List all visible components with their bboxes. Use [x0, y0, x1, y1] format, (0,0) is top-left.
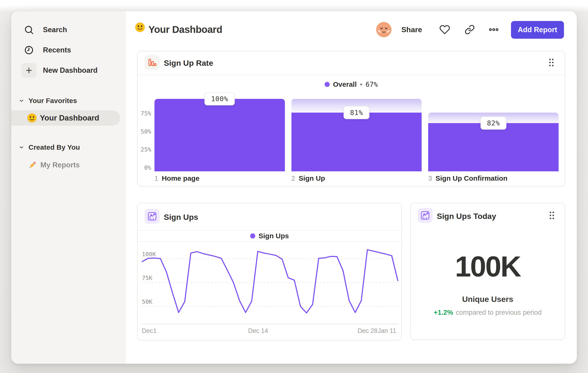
ellipsis-icon: [488, 24, 499, 35]
line-legend: Sign Ups: [138, 230, 401, 241]
funnel-y-tick: 0%: [138, 164, 151, 171]
heart-icon: [439, 24, 450, 35]
funnel-bar-fill: [428, 123, 559, 171]
funnel-plot: 100%81%82%: [155, 99, 559, 171]
funnel-bar[interactable]: 82%: [428, 99, 559, 171]
link-icon: [465, 24, 475, 35]
funnel-legend: Overall • 67%: [138, 79, 565, 90]
main-content: Your Dashboard Share: [126, 11, 577, 364]
line-chart-icon: [145, 209, 160, 224]
funnel-x-labels: 1Home page2Sign Up3Sign Up Confirmation: [155, 174, 559, 184]
sidebar-item-label: Search: [43, 26, 67, 34]
sidebar-item-your-dashboard[interactable]: Your Dashboard: [11, 110, 120, 126]
funnel-y-axis: 75%50%25%0%: [138, 99, 151, 171]
clock-icon: [23, 45, 34, 56]
legend-series-label: Sign Ups: [259, 232, 289, 240]
bar-chart-icon: [145, 55, 160, 70]
sidebar-section-created-by-you[interactable]: Created By You: [11, 142, 123, 152]
section-header-label: Your Favorites: [29, 97, 77, 105]
card-divider: [138, 75, 565, 75]
drag-handle-icon[interactable]: [547, 57, 555, 68]
sidebar-item-search[interactable]: Search: [11, 22, 123, 37]
avatar[interactable]: [376, 22, 391, 37]
funnel-bar-badge: 82%: [480, 117, 506, 130]
sidebar-item-label: My Reports: [40, 161, 80, 169]
share-button[interactable]: Share: [401, 22, 422, 37]
drag-handle-icon[interactable]: [548, 210, 556, 221]
card-sign-ups: Sign Ups Sign Ups 100K 75K 50K Dec1: [137, 203, 402, 340]
sidebar-item-my-reports[interactable]: My Reports: [11, 158, 123, 172]
app-window: Search Recents New Dashboard: [11, 11, 577, 364]
funnel-step-label: 3Sign Up Confirmation: [428, 174, 507, 182]
section-header-label: Created By You: [29, 143, 80, 151]
sidebar-section-favorites[interactable]: Your Favorites: [11, 96, 123, 106]
card-title: Sign Ups: [164, 213, 198, 222]
sidebar-item-recents[interactable]: Recents: [11, 43, 123, 58]
search-icon: [23, 24, 34, 35]
sidebar-item-new-dashboard[interactable]: New Dashboard: [11, 63, 123, 78]
x-tick-label: Dec1: [142, 327, 157, 334]
smiley-emoji-icon: [135, 22, 145, 33]
legend-dot-icon: [250, 233, 255, 239]
favorite-heart-button[interactable]: [439, 24, 450, 35]
sign-ups-series-line: [142, 250, 398, 313]
x-tick-label: Jan 11: [378, 327, 396, 334]
funnel-y-tick: 75%: [138, 110, 151, 117]
legend-separator: •: [360, 81, 362, 88]
funnel-y-tick: 50%: [138, 128, 151, 135]
plus-icon: [21, 63, 36, 78]
legend-dot-icon: [325, 82, 330, 87]
copy-link-button[interactable]: [464, 24, 475, 35]
card-title: Sign Up Rate: [164, 59, 213, 68]
sidebar-item-label: Recents: [43, 46, 71, 54]
funnel-step-label: 1Home page: [155, 174, 200, 182]
page-title: Your Dashboard: [148, 22, 222, 37]
funnel-bar[interactable]: 100%: [155, 99, 285, 171]
funnel-bar-badge: 81%: [344, 106, 369, 119]
legend-series-label: Overall: [333, 81, 357, 88]
funnel-bar-fill: [155, 99, 285, 171]
legend-value: 67%: [366, 81, 378, 88]
kpi-delta: +1.2%: [434, 309, 453, 316]
x-tick-label: Dec 14: [248, 327, 268, 334]
card-sign-ups-today: Sign Ups Today 100K Unique Users +1.2%co…: [410, 203, 565, 340]
sign-ups-line-chart[interactable]: [141, 242, 399, 324]
x-tick-label: Dec 28: [357, 327, 378, 334]
sidebar: Search Recents New Dashboard: [11, 11, 126, 364]
kpi-value: 100K: [411, 250, 565, 283]
kpi-label: Unique Users: [411, 295, 565, 304]
smiley-emoji-icon: [27, 113, 37, 123]
card-sign-up-rate: Sign Up Rate Overall • 67%: [137, 51, 565, 186]
kpi-delta-note: compared to previous period: [456, 309, 542, 316]
funnel-y-tick: 25%: [138, 146, 151, 153]
add-report-button[interactable]: Add Report: [511, 21, 564, 39]
pencil-emoji-icon: [27, 160, 38, 170]
card-title: Sign Ups Today: [437, 212, 496, 221]
funnel-bar-badge: 100%: [204, 92, 235, 105]
chevron-down-icon: [19, 144, 24, 150]
sidebar-item-label: Your Dashboard: [40, 113, 99, 122]
chevron-down-icon: [19, 98, 24, 103]
funnel-bar-fill: [291, 113, 422, 171]
funnel-step-label: 2Sign Up: [291, 174, 325, 182]
line-chart-icon: [418, 208, 433, 223]
more-actions-button[interactable]: [488, 24, 499, 35]
kpi-delta-row: +1.2%compared to previous period: [411, 309, 565, 316]
funnel-bar[interactable]: 81%: [291, 99, 422, 171]
page: Search Recents New Dashboard: [0, 0, 588, 373]
sidebar-item-label: New Dashboard: [43, 66, 97, 75]
